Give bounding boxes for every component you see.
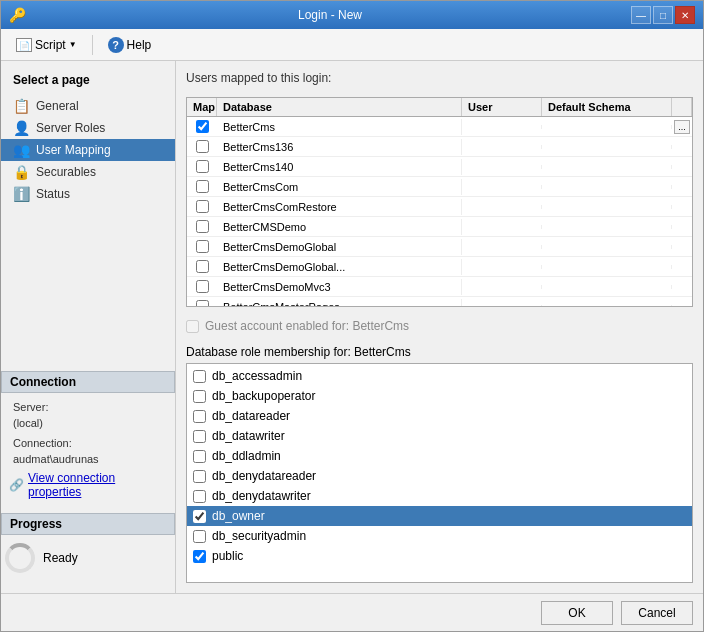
col-map: Map <box>187 98 217 116</box>
row-btn-3 <box>672 185 692 189</box>
row-check-5[interactable] <box>187 218 217 235</box>
row-check-3[interactable] <box>187 178 217 195</box>
connection-value: audmat\audrunas <box>9 451 167 467</box>
role-checkbox-2[interactable] <box>193 410 206 423</box>
role-item[interactable]: db_backupoperator <box>187 386 692 406</box>
role-checkbox-3[interactable] <box>193 430 206 443</box>
sidebar-item-user-mapping[interactable]: 👥 User Mapping <box>1 139 175 161</box>
row-database-2: BetterCms140 <box>217 159 462 175</box>
script-dropdown-icon: ▼ <box>69 40 77 49</box>
row-btn-0[interactable]: ... <box>672 118 692 136</box>
schema-browse-btn[interactable]: ... <box>674 120 690 134</box>
guest-account-checkbox <box>186 320 199 333</box>
toolbar-separator <box>92 35 93 55</box>
row-check-2[interactable] <box>187 158 217 175</box>
cancel-button[interactable]: Cancel <box>621 601 693 625</box>
role-item[interactable]: db_ddladmin <box>187 446 692 466</box>
role-checkbox-0[interactable] <box>193 370 206 383</box>
role-checkbox-9[interactable] <box>193 550 206 563</box>
role-item[interactable]: db_denydatareader <box>187 466 692 486</box>
row-database-3: BetterCmsCom <box>217 179 462 195</box>
help-button[interactable]: ? Help <box>101 34 159 56</box>
role-item[interactable]: db_datareader <box>187 406 692 426</box>
table-row: BetterCms ... <box>187 117 692 137</box>
row-schema-3 <box>542 185 672 189</box>
role-checkbox-8[interactable] <box>193 530 206 543</box>
role-label-3: db_datawriter <box>212 429 285 443</box>
row-database-8: BetterCmsDemoMvc3 <box>217 279 462 295</box>
sidebar-item-status[interactable]: ℹ️ Status <box>1 183 175 205</box>
row-check-7[interactable] <box>187 258 217 275</box>
row-schema-4 <box>542 205 672 209</box>
sidebar: Select a page 📋 General 👤 Server Roles 👥… <box>1 61 176 593</box>
row-schema-0 <box>542 125 672 129</box>
col-scrollbar-header <box>672 98 692 116</box>
status-icon: ℹ️ <box>13 186 30 202</box>
main-content: Users mapped to this login: Map Database… <box>176 61 703 593</box>
row-btn-2 <box>672 165 692 169</box>
row-user-0 <box>462 125 542 129</box>
row-schema-1 <box>542 145 672 149</box>
role-label-6: db_denydatawriter <box>212 489 311 503</box>
row-user-3 <box>462 185 542 189</box>
table-row: BetterCmsDemoGlobal <box>187 237 692 257</box>
row-database-5: BetterCMSDemo <box>217 219 462 235</box>
window-title: Login - New <box>29 8 631 22</box>
connection-label: Connection: <box>9 435 167 451</box>
role-checkbox-1[interactable] <box>193 390 206 403</box>
script-icon: 📄 <box>16 38 32 52</box>
row-database-6: BetterCmsDemoGlobal <box>217 239 462 255</box>
row-database-7: BetterCmsDemoGlobal... <box>217 259 462 275</box>
table-row: BetterCms140 <box>187 157 692 177</box>
sidebar-item-securables[interactable]: 🔒 Securables <box>1 161 175 183</box>
role-checkbox-7[interactable] <box>193 510 206 523</box>
row-check-6[interactable] <box>187 238 217 255</box>
script-button[interactable]: 📄 Script ▼ <box>9 35 84 55</box>
close-button[interactable]: ✕ <box>675 6 695 24</box>
progress-status: Ready <box>43 551 78 565</box>
row-check-4[interactable] <box>187 198 217 215</box>
table-row: BetterCmsMasterPages <box>187 297 692 306</box>
role-label-4: db_ddladmin <box>212 449 281 463</box>
role-item[interactable]: db_securityadmin <box>187 526 692 546</box>
row-user-5 <box>462 225 542 229</box>
view-connection-link[interactable]: View connection properties <box>28 471 167 499</box>
maximize-button[interactable]: □ <box>653 6 673 24</box>
minimize-button[interactable]: — <box>631 6 651 24</box>
content-area: Select a page 📋 General 👤 Server Roles 👥… <box>1 61 703 593</box>
row-user-2 <box>462 165 542 169</box>
role-checkbox-4[interactable] <box>193 450 206 463</box>
row-check-1[interactable] <box>187 138 217 155</box>
footer: OK Cancel <box>1 593 703 631</box>
role-item[interactable]: db_datawriter <box>187 426 692 446</box>
toolbar: 📄 Script ▼ ? Help <box>1 29 703 61</box>
main-window: 🔑 Login - New — □ ✕ 📄 Script ▼ ? Help Se… <box>0 0 704 632</box>
row-database-1: BetterCms136 <box>217 139 462 155</box>
row-btn-7 <box>672 265 692 269</box>
row-database-0: BetterCms <box>217 119 462 135</box>
sidebar-item-server-roles[interactable]: 👤 Server Roles <box>1 117 175 139</box>
row-schema-2 <box>542 165 672 169</box>
row-check-9[interactable] <box>187 298 217 306</box>
row-check-0[interactable] <box>187 118 217 135</box>
row-user-6 <box>462 245 542 249</box>
role-item[interactable]: db_accessadmin <box>187 366 692 386</box>
server-value: (local) <box>9 415 167 431</box>
role-membership-section: Database role membership for: BetterCms … <box>186 345 693 583</box>
role-checkbox-5[interactable] <box>193 470 206 483</box>
sidebar-item-general[interactable]: 📋 General <box>1 95 175 117</box>
connection-info: Server: (local) Connection: audmat\audru… <box>1 397 175 501</box>
row-user-8 <box>462 285 542 289</box>
role-checkbox-6[interactable] <box>193 490 206 503</box>
guest-account-label: Guest account enabled for: BetterCms <box>205 319 409 333</box>
role-item[interactable]: db_owner <box>187 506 692 526</box>
sidebar-spacer <box>1 205 175 371</box>
table-row: BetterCmsDemoMvc3 <box>187 277 692 297</box>
role-label-2: db_datareader <box>212 409 290 423</box>
role-item[interactable]: public <box>187 546 692 566</box>
row-check-8[interactable] <box>187 278 217 295</box>
role-item[interactable]: db_denydatawriter <box>187 486 692 506</box>
table-row: BetterCmsCom <box>187 177 692 197</box>
sidebar-label-server-roles: Server Roles <box>36 121 105 135</box>
ok-button[interactable]: OK <box>541 601 613 625</box>
